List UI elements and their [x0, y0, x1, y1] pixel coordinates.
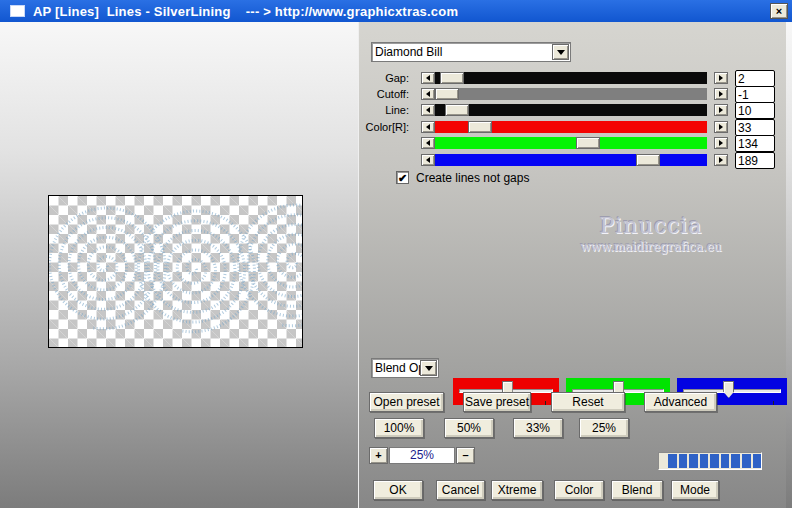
app-icon — [10, 5, 25, 17]
watermark-name: Pinuccia — [556, 213, 746, 238]
slider-label-line: Line: — [349, 104, 409, 116]
create-lines-label: Create lines not gaps — [416, 171, 529, 185]
zoom-33-button[interactable]: 33% — [513, 418, 563, 438]
cutoff-left-arrow-button[interactable] — [421, 88, 435, 100]
blue-value-field[interactable] — [735, 152, 775, 169]
red-left-arrow-button[interactable] — [421, 121, 435, 133]
dropdown-arrow-button[interactable] — [420, 360, 437, 376]
preview-panel — [0, 22, 358, 508]
watermark: Pinuccia www.maidiregrafica.eu — [556, 213, 746, 254]
red-slider-thumb[interactable] — [468, 121, 492, 133]
zoom-50-button[interactable]: 50% — [444, 418, 494, 438]
watermark-url: www.maidiregrafica.eu — [556, 240, 746, 254]
blue-left-arrow-button[interactable] — [421, 154, 435, 166]
xtreme-button[interactable]: Xtreme — [491, 480, 543, 500]
blend-options-dropdown[interactable]: Blend Opti — [371, 358, 439, 378]
blue-slider-track[interactable] — [435, 154, 707, 166]
right-arrow-icon — [719, 124, 723, 130]
right-arrow-icon — [719, 75, 723, 81]
gap-value-field[interactable] — [735, 70, 775, 87]
blend-button[interactable]: Blend — [611, 480, 663, 500]
cutoff-value-field[interactable] — [735, 86, 775, 103]
zoom-out-button[interactable]: – — [456, 447, 475, 464]
right-arrow-icon — [719, 107, 723, 113]
ok-button[interactable]: OK — [373, 480, 423, 500]
cutoff-right-arrow-button[interactable] — [714, 88, 728, 100]
green-slider-track[interactable] — [435, 137, 707, 149]
green-value-field[interactable] — [735, 135, 775, 152]
left-arrow-icon — [426, 124, 430, 130]
control-panel: Diamond Bill Gap: Cutoff: Line: — [358, 22, 786, 508]
slider-label-cutoff: Cutoff: — [349, 88, 409, 100]
mode-button[interactable]: Mode — [671, 480, 719, 500]
cutoff-slider-thumb[interactable] — [435, 88, 459, 100]
right-arrow-icon — [719, 91, 723, 97]
plugin-window: AP [Lines] Lines - SilverLining --- > ht… — [0, 0, 792, 508]
line-slider-track[interactable] — [435, 104, 707, 116]
line-slider-thumb[interactable] — [445, 104, 469, 116]
line-right-arrow-button[interactable] — [714, 104, 728, 116]
green-right-arrow-button[interactable] — [714, 137, 728, 149]
line-value-field[interactable] — [735, 102, 775, 119]
zoom-in-button[interactable]: + — [369, 447, 388, 464]
right-arrow-icon — [719, 157, 723, 163]
left-arrow-icon — [426, 157, 430, 163]
left-arrow-icon — [426, 140, 430, 146]
gap-slider-thumb[interactable] — [440, 72, 464, 84]
zoom-100-button[interactable]: 100% — [374, 418, 424, 438]
zoom-level-field[interactable]: 25% — [389, 447, 455, 464]
progress-bar — [658, 452, 762, 470]
blend-dropdown-value: Blend Opti — [372, 361, 420, 375]
color-button[interactable]: Color — [554, 480, 604, 500]
blue-channel-thumb[interactable] — [723, 381, 734, 398]
advanced-button[interactable]: Advanced — [644, 392, 717, 412]
window-title: AP [Lines] Lines - SilverLining --- > ht… — [33, 4, 458, 19]
dropdown-arrow-button[interactable] — [552, 44, 569, 60]
create-lines-checkbox[interactable]: ✔ — [396, 171, 409, 184]
preview-spirals — [49, 196, 303, 348]
left-arrow-icon — [426, 75, 430, 81]
open-preset-button[interactable]: Open preset — [369, 392, 444, 412]
cutoff-slider-track[interactable] — [435, 88, 707, 100]
title-bar[interactable]: AP [Lines] Lines - SilverLining --- > ht… — [0, 0, 792, 22]
red-slider-track[interactable] — [435, 121, 707, 133]
slider-label-gap: Gap: — [349, 72, 409, 84]
blue-right-arrow-button[interactable] — [714, 154, 728, 166]
tick-mark — [545, 401, 546, 405]
right-arrow-icon — [719, 140, 723, 146]
zoom-25-button[interactable]: 25% — [579, 418, 629, 438]
reset-button[interactable]: Reset — [551, 392, 625, 412]
gap-slider-track[interactable] — [435, 72, 707, 84]
blue-slider-thumb[interactable] — [636, 154, 660, 166]
preview-image[interactable] — [48, 195, 303, 348]
checkmark-icon: ✔ — [397, 172, 408, 184]
tick-mark — [773, 401, 774, 405]
chevron-down-icon — [557, 50, 565, 55]
cancel-button[interactable]: Cancel — [436, 480, 485, 500]
gap-left-arrow-button[interactable] — [421, 72, 435, 84]
save-preset-button[interactable]: Save preset — [463, 392, 531, 412]
slider-label-color-r: Color[R]: — [349, 121, 409, 133]
line-left-arrow-button[interactable] — [421, 104, 435, 116]
green-left-arrow-button[interactable] — [421, 137, 435, 149]
green-slider-thumb[interactable] — [576, 137, 600, 149]
left-arrow-icon — [426, 107, 430, 113]
left-arrow-icon — [426, 91, 430, 97]
red-value-field[interactable] — [735, 119, 775, 136]
preset-dropdown[interactable]: Diamond Bill — [371, 42, 571, 62]
red-right-arrow-button[interactable] — [714, 121, 728, 133]
preset-dropdown-value: Diamond Bill — [372, 45, 552, 59]
gap-right-arrow-button[interactable] — [714, 72, 728, 84]
close-button[interactable]: × — [770, 3, 788, 19]
chevron-down-icon — [425, 366, 433, 371]
